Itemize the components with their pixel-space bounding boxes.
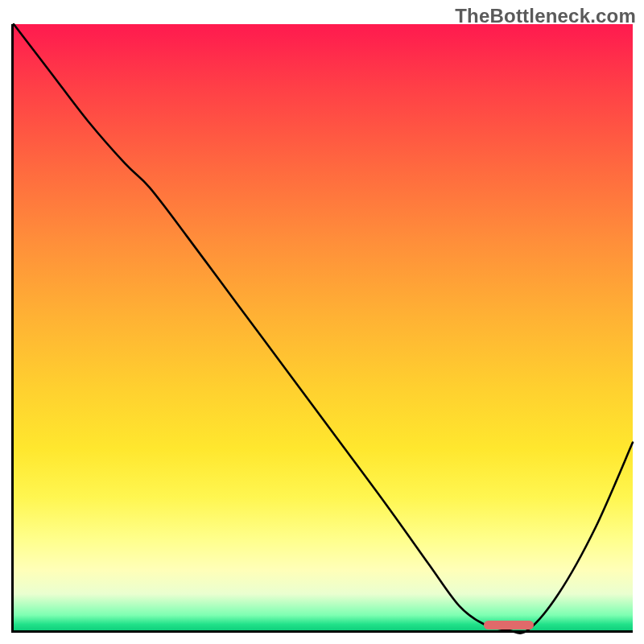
chart-frame: TheBottleneck.com [0, 0, 644, 644]
plot-axes [11, 24, 633, 633]
